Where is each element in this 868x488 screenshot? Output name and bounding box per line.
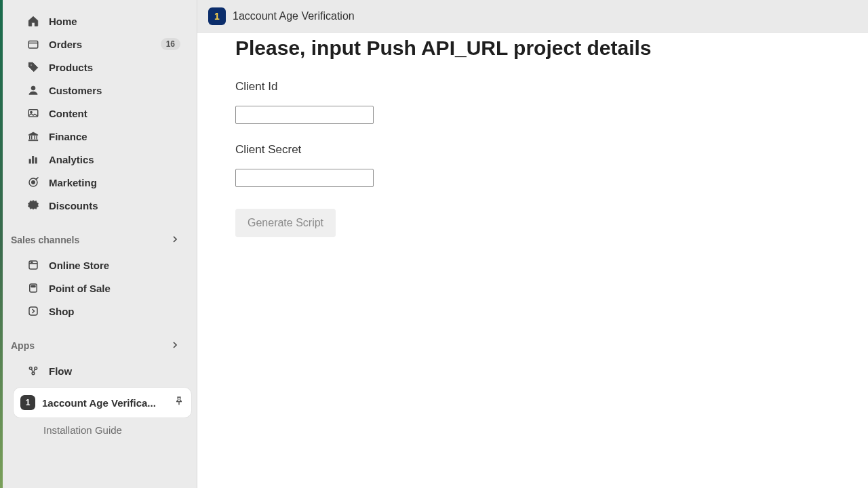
sidebar-subitem-installation-guide[interactable]: Installation Guide <box>3 418 197 436</box>
pin-icon[interactable] <box>174 396 184 409</box>
svg-point-13 <box>32 262 33 262</box>
svg-rect-15 <box>31 285 35 287</box>
nav-apps: Flow <box>3 359 197 382</box>
app-header-title: 1account Age Verification <box>233 10 355 22</box>
app-logo-icon: 1 <box>208 7 226 25</box>
sidebar-item-label: Analytics <box>49 154 94 165</box>
svg-point-18 <box>35 367 37 369</box>
selected-app-label: 1account Age Verifica... <box>42 397 156 409</box>
svg-point-17 <box>29 367 32 369</box>
store-icon <box>27 259 39 271</box>
section-title: Apps <box>11 340 35 351</box>
bank-icon <box>27 130 39 142</box>
sidebar-item-flow[interactable]: Flow <box>8 359 191 382</box>
section-sales-channels[interactable]: Sales channels <box>3 230 191 249</box>
sidebar-item-pos[interactable]: Point of Sale <box>8 277 191 300</box>
analytics-icon <box>27 153 39 165</box>
svg-rect-0 <box>28 41 38 49</box>
svg-rect-6 <box>29 159 31 163</box>
page-heading: Please, input Push API_URL project detai… <box>235 37 830 60</box>
section-title: Sales channels <box>11 235 79 245</box>
svg-point-4 <box>31 111 32 113</box>
app-header: 1 1account Age Verification <box>197 0 868 33</box>
sidebar-item-discounts[interactable]: Discounts <box>8 194 191 217</box>
target-icon <box>27 176 39 188</box>
sidebar-item-orders[interactable]: Orders 16 <box>8 33 191 56</box>
svg-rect-16 <box>29 307 37 315</box>
sidebar-item-content[interactable]: Content <box>8 102 191 125</box>
sidebar-item-label: Products <box>49 62 93 73</box>
orders-badge: 16 <box>161 38 180 50</box>
content-icon <box>27 107 39 119</box>
pos-icon <box>27 282 39 294</box>
sidebar-item-online-store[interactable]: Online Store <box>8 253 191 277</box>
svg-point-2 <box>31 86 35 90</box>
person-icon <box>27 84 39 96</box>
svg-point-10 <box>32 181 35 184</box>
sidebar-item-shop[interactable]: Shop <box>8 300 191 323</box>
section-apps[interactable]: Apps <box>3 336 191 355</box>
sidebar-item-label: Orders <box>49 39 82 50</box>
chevron-right-icon <box>170 340 180 352</box>
svg-rect-11 <box>29 261 37 269</box>
sidebar-selected-app[interactable]: 1 1account Age Verifica... <box>14 388 191 418</box>
home-icon <box>27 15 39 27</box>
sidebar-item-label: Content <box>49 108 87 119</box>
sidebar-item-label: Point of Sale <box>49 283 111 294</box>
client-secret-input[interactable] <box>235 169 374 187</box>
nav-primary: Home Orders 16 Products Customers <box>3 9 197 217</box>
sidebar-item-label: Online Store <box>49 260 109 271</box>
sidebar-item-label: Shop <box>49 306 75 317</box>
sidebar: Home Orders 16 Products Customers <box>3 0 197 488</box>
sidebar-item-label: Flow <box>49 365 72 377</box>
client-secret-label: Client Secret <box>235 143 830 157</box>
sidebar-item-home[interactable]: Home <box>8 9 191 33</box>
app-content: Please, input Push API_URL project detai… <box>197 33 868 488</box>
svg-rect-5 <box>28 140 38 141</box>
sidebar-item-analytics[interactable]: Analytics <box>8 148 191 171</box>
sidebar-item-products[interactable]: Products <box>8 56 191 79</box>
orders-icon <box>27 38 39 50</box>
sidebar-item-label: Marketing <box>49 177 97 188</box>
sidebar-item-label: Discounts <box>49 200 98 211</box>
svg-rect-8 <box>35 158 37 163</box>
chevron-right-icon <box>170 234 180 247</box>
svg-rect-7 <box>33 157 34 164</box>
shop-icon <box>27 305 39 317</box>
sidebar-item-finance[interactable]: Finance <box>8 125 191 148</box>
sidebar-item-label: Home <box>49 16 77 27</box>
nav-channels: Online Store Point of Sale Shop <box>3 253 197 323</box>
app-icon: 1 <box>20 395 35 410</box>
svg-point-1 <box>31 64 32 66</box>
discount-icon <box>27 199 39 211</box>
main-panel: 1 1account Age Verification Please, inpu… <box>197 0 868 488</box>
sidebar-item-customers[interactable]: Customers <box>8 79 191 102</box>
generate-script-button[interactable]: Generate Script <box>235 209 336 237</box>
sidebar-item-marketing[interactable]: Marketing <box>8 171 191 194</box>
client-id-input[interactable] <box>235 106 374 124</box>
sidebar-item-label: Customers <box>49 85 102 96</box>
tag-icon <box>27 61 39 73</box>
sidebar-item-label: Finance <box>49 131 87 142</box>
client-id-label: Client Id <box>235 80 830 94</box>
svg-point-19 <box>32 372 35 375</box>
flow-icon <box>27 365 39 377</box>
